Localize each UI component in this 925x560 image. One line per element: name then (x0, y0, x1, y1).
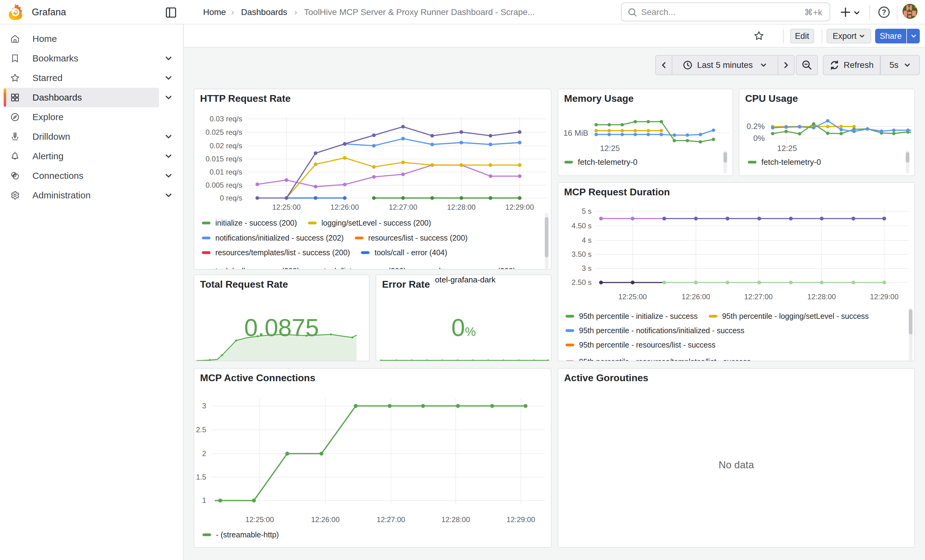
svg-text:3: 3 (202, 402, 206, 410)
svg-text:12:26:00: 12:26:00 (330, 203, 359, 211)
svg-text:12:28:00: 12:28:00 (441, 515, 470, 524)
svg-text:0.2%: 0.2% (747, 122, 765, 131)
svg-text:0%: 0% (753, 134, 765, 143)
svg-text:12:27:00: 12:27:00 (389, 203, 417, 211)
svg-text:0 req/s: 0 req/s (220, 194, 242, 202)
svg-text:12:28:00: 12:28:00 (807, 293, 836, 301)
svg-text:12:26:00: 12:26:00 (311, 515, 339, 524)
svg-text:0.03 req/s: 0.03 req/s (209, 115, 242, 123)
svg-text:12:25: 12:25 (600, 144, 620, 153)
svg-text:2.5: 2.5 (196, 425, 206, 434)
svg-text:4.50 s: 4.50 s (572, 222, 592, 230)
svg-text:0.02 req/s: 0.02 req/s (209, 141, 242, 150)
svg-text:12:25: 12:25 (777, 144, 797, 153)
svg-text:1: 1 (202, 496, 206, 504)
svg-text:0.01 req/s: 0.01 req/s (209, 168, 242, 176)
svg-text:12:29:00: 12:29:00 (505, 203, 534, 211)
svg-text:3.50 s: 3.50 s (572, 250, 592, 258)
svg-text:3 s: 3 s (582, 264, 592, 272)
svg-text:5 s: 5 s (582, 207, 592, 215)
svg-text:?: ? (882, 8, 886, 16)
svg-text:12:29:00: 12:29:00 (506, 515, 535, 524)
svg-text:12:26:00: 12:26:00 (681, 293, 710, 301)
svg-text:0.025 req/s: 0.025 req/s (206, 128, 242, 136)
svg-text:0.015 req/s: 0.015 req/s (206, 155, 242, 163)
svg-text:12:27:00: 12:27:00 (744, 293, 773, 301)
svg-text:0.005 req/s: 0.005 req/s (206, 181, 242, 189)
svg-text:12:25:00: 12:25:00 (272, 203, 301, 211)
svg-text:12:28:00: 12:28:00 (447, 203, 475, 211)
svg-text:12:25:00: 12:25:00 (245, 515, 274, 524)
svg-text:2.50 s: 2.50 s (572, 278, 592, 287)
svg-text:12:27:00: 12:27:00 (377, 515, 405, 524)
svg-text:1.5: 1.5 (196, 473, 206, 481)
svg-text:12:29:00: 12:29:00 (870, 293, 898, 301)
svg-text:2: 2 (202, 449, 206, 458)
svg-text:12:25:00: 12:25:00 (618, 293, 647, 301)
svg-text:16 MiB: 16 MiB (563, 128, 588, 138)
svg-text:4 s: 4 s (582, 236, 592, 244)
